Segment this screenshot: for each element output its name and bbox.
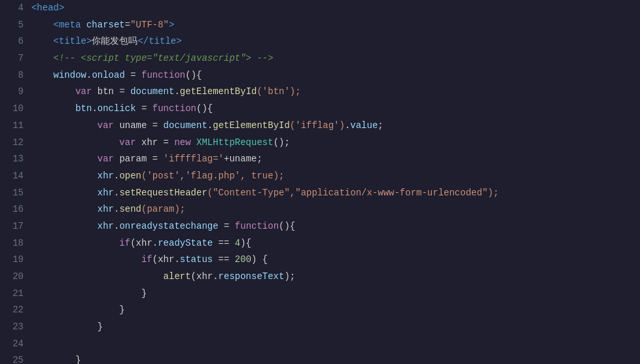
line-code: if(xhr.status == 200) { <box>31 252 640 269</box>
code-token: == <box>213 254 235 265</box>
code-token: = <box>136 103 152 114</box>
code-token: send <box>119 204 141 214</box>
code-token: ); <box>284 271 295 282</box>
code-token: = <box>219 221 235 231</box>
line-code: var uname = document.getElementById('iff… <box>31 118 640 135</box>
line-number: 12 <box>0 135 31 152</box>
line-code: } <box>31 286 640 303</box>
code-token: ; <box>378 120 383 131</box>
line-code: window.onload = function(){ <box>31 67 640 84</box>
code-token: ('ifflag') <box>290 120 345 131</box>
code-viewer: 4<head>5 <meta charset="UTF-8">6 <title>… <box>0 0 640 364</box>
code-token: 200 <box>235 254 251 265</box>
line-code: var param = 'ifffflag='+uname; <box>31 151 640 168</box>
code-token: document <box>164 120 207 131</box>
table-row: 8 window.onload = function(){ <box>0 67 640 84</box>
code-token: (xhr <box>130 238 152 248</box>
code-token: var <box>75 86 92 97</box>
code-token: < <box>54 20 59 30</box>
line-number: 25 <box>0 352 31 364</box>
line-number: 21 <box>0 286 31 303</box>
table-row: 10 btn.onclick = function(){ <box>0 101 640 118</box>
line-number: 17 <box>0 218 31 235</box>
line-number: 22 <box>0 302 31 319</box>
code-token: xhr <box>98 188 114 198</box>
line-code: <head> <box>31 0 640 17</box>
table-row: 14 xhr.open('post','flag.php', true); <box>0 168 640 185</box>
code-token: btn <box>75 103 92 114</box>
code-token: XMLHttpRequest <box>191 137 274 148</box>
line-code: } <box>31 319 640 336</box>
code-token: > <box>169 20 174 30</box>
code-token: status <box>180 254 213 265</box>
line-number: 20 <box>0 269 31 286</box>
code-token: > --> <box>246 53 274 63</box>
code-token: (){ <box>196 103 213 114</box>
line-number: 4 <box>0 0 31 17</box>
code-token: xhr = <box>136 137 175 148</box>
code-token: (xhr <box>191 271 213 282</box>
code-token: setRequestHeader <box>119 188 207 198</box>
line-number: 15 <box>0 185 31 202</box>
code-token: var <box>98 154 114 164</box>
code-token: = <box>125 20 130 30</box>
code-token: onload <box>92 70 124 80</box>
table-row: 12 var xhr = new XMLHttpRequest(); <box>0 135 640 152</box>
line-number: 18 <box>0 235 31 252</box>
code-table: 4<head>5 <meta charset="UTF-8">6 <title>… <box>0 0 640 364</box>
code-token: > <box>59 3 64 13</box>
code-token: < <box>54 36 59 46</box>
code-token: ){ <box>240 238 251 248</box>
line-number: 9 <box>0 84 31 101</box>
line-code: <!-- <script type="text/javascript"> --> <box>31 50 640 67</box>
table-row: 23 } <box>0 319 640 336</box>
line-code <box>31 336 640 353</box>
line-code: var btn = document.getElementById('btn')… <box>31 84 640 101</box>
table-row: 9 var btn = document.getElementById('btn… <box>0 84 640 101</box>
line-number: 16 <box>0 201 31 218</box>
line-number: 8 <box>0 67 31 84</box>
code-token: (); <box>274 137 290 148</box>
code-token: ("Content-Type","application/x-www-form-… <box>207 188 499 198</box>
table-row: 7 <!-- <script type="text/javascript"> -… <box>0 50 640 67</box>
code-token: xhr <box>98 221 114 231</box>
line-number: 11 <box>0 118 31 135</box>
line-code: btn.onclick = function(){ <box>31 101 640 118</box>
code-token: charset <box>81 20 125 30</box>
code-token: ('btn'); <box>257 86 300 97</box>
line-number: 10 <box>0 101 31 118</box>
table-row: 19 if(xhr.status == 200) { <box>0 252 640 269</box>
line-code: alert(xhr.responseText); <box>31 269 640 286</box>
code-token: } <box>75 355 80 364</box>
code-token: <!-- <script type= <box>54 53 152 63</box>
line-number: 14 <box>0 168 31 185</box>
code-token: meta <box>59 20 81 30</box>
line-code: xhr.send(param); <box>31 201 640 218</box>
line-number: 6 <box>0 33 31 50</box>
code-token: xhr <box>98 204 114 214</box>
code-token: 4 <box>235 238 240 248</box>
line-code: xhr.setRequestHeader("Content-Type","app… <box>31 185 640 202</box>
code-token: = <box>125 70 141 80</box>
code-token: function <box>235 221 279 231</box>
code-token: if <box>141 254 152 265</box>
table-row: 25 } <box>0 352 640 364</box>
code-token: function <box>141 70 185 80</box>
code-token: readyState <box>158 238 213 248</box>
line-code: <meta charset="UTF-8"> <box>31 17 640 34</box>
code-token: . <box>92 103 97 114</box>
table-row: 15 xhr.setRequestHeader("Content-Type","… <box>0 185 640 202</box>
table-row: 24 <box>0 336 640 353</box>
code-token: if <box>119 238 130 248</box>
table-row: 5 <meta charset="UTF-8"> <box>0 17 640 34</box>
table-row: 21 } <box>0 286 640 303</box>
code-token: . <box>174 254 179 265</box>
code-token: (){ <box>279 221 295 231</box>
code-token: "UTF-8" <box>130 20 169 30</box>
line-number: 19 <box>0 252 31 269</box>
code-token: == <box>213 238 235 248</box>
line-number: 24 <box>0 336 31 353</box>
code-token: getElementById <box>213 120 290 131</box>
code-token: getElementById <box>180 86 257 97</box>
line-number: 7 <box>0 50 31 67</box>
